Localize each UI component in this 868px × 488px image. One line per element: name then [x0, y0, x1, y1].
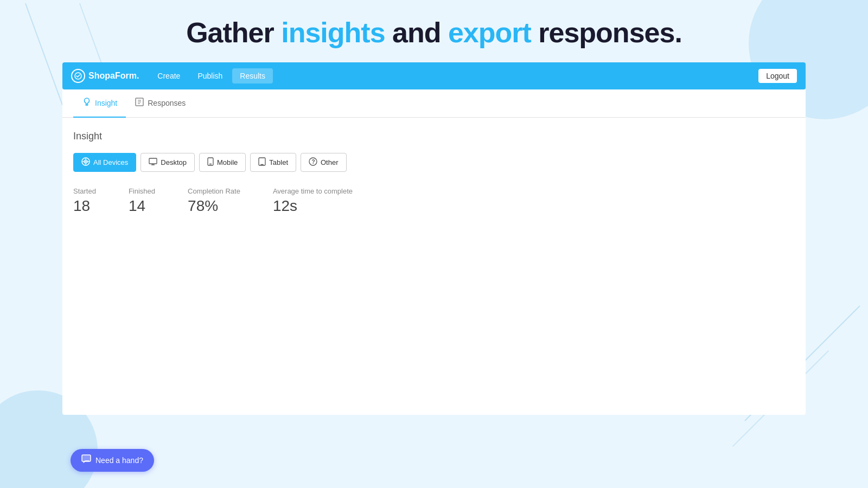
- section-title: Insight: [73, 131, 795, 142]
- filter-tablet-label: Tablet: [269, 158, 288, 166]
- tablet-icon: [258, 157, 266, 168]
- tab-insight[interactable]: Insight: [73, 89, 126, 118]
- svg-rect-2: [86, 105, 88, 106]
- stat-completion-rate-label: Completion Rate: [188, 187, 240, 195]
- filter-all-devices-label: All Devices: [93, 158, 128, 166]
- filter-other[interactable]: ? Other: [301, 153, 347, 172]
- stat-avg-time: Average time to complete 12s: [273, 187, 353, 215]
- stat-started-value: 18: [73, 197, 96, 215]
- brand-logo[interactable]: ShopaForm.: [71, 69, 139, 83]
- stat-started-label: Started: [73, 187, 96, 195]
- hero-highlight-insights: insights: [281, 17, 385, 48]
- stat-completion-rate-value: 78%: [188, 197, 240, 215]
- chat-widget-label: Need a hand?: [95, 456, 143, 465]
- stat-avg-time-value: 12s: [273, 197, 353, 215]
- mobile-icon: [207, 157, 214, 168]
- hero-title: Gather insights and export responses.: [0, 16, 868, 49]
- hero-title-part2: and: [385, 17, 448, 48]
- nav-links: Create Publish Results: [150, 68, 758, 84]
- stat-completion-rate: Completion Rate 78%: [188, 187, 240, 215]
- filter-all-devices[interactable]: All Devices: [73, 153, 136, 172]
- tabs-row: Insight Responses: [62, 89, 806, 118]
- insight-tab-icon: [82, 97, 92, 109]
- hero-section: Gather insights and export responses.: [0, 16, 868, 49]
- stat-started: Started 18: [73, 187, 96, 215]
- stat-finished-label: Finished: [129, 187, 155, 195]
- brand-icon: [71, 69, 85, 83]
- all-devices-icon: [81, 157, 90, 168]
- svg-rect-11: [149, 158, 157, 164]
- hero-title-part1: Gather: [186, 17, 281, 48]
- filter-mobile-label: Mobile: [217, 158, 238, 166]
- stat-avg-time-label: Average time to complete: [273, 187, 353, 195]
- other-icon: ?: [309, 157, 317, 168]
- stat-finished: Finished 14: [129, 187, 155, 215]
- hero-title-part3: responses.: [531, 17, 682, 48]
- chat-widget[interactable]: Need a hand?: [71, 449, 154, 472]
- nav-create[interactable]: Create: [150, 68, 188, 84]
- filter-other-label: Other: [321, 158, 339, 166]
- filter-mobile[interactable]: Mobile: [199, 153, 246, 172]
- main-content: Insight Responses Insight: [62, 89, 806, 415]
- responses-tab-icon: [135, 97, 144, 109]
- filter-tablet[interactable]: Tablet: [250, 153, 296, 172]
- navbar: ShopaForm. Create Publish Results Logout: [62, 62, 806, 89]
- tab-responses[interactable]: Responses: [126, 89, 194, 118]
- svg-rect-1: [86, 104, 88, 105]
- nav-publish[interactable]: Publish: [190, 68, 230, 84]
- filter-desktop-label: Desktop: [161, 158, 187, 166]
- nav-results[interactable]: Results: [232, 68, 273, 84]
- content-area: Insight All Devices: [62, 118, 806, 228]
- tab-responses-label: Responses: [148, 99, 186, 107]
- svg-rect-20: [82, 455, 91, 461]
- logout-button[interactable]: Logout: [758, 69, 797, 83]
- tab-insight-label: Insight: [95, 99, 117, 107]
- stat-finished-value: 14: [129, 197, 155, 215]
- svg-text:?: ?: [312, 159, 315, 165]
- stats-row: Started 18 Finished 14 Completion Rate 7…: [73, 187, 795, 215]
- filter-desktop[interactable]: Desktop: [141, 153, 195, 172]
- hero-highlight-export: export: [448, 17, 531, 48]
- desktop-icon: [149, 157, 157, 168]
- brand-name: ShopaForm.: [88, 71, 139, 81]
- device-filters: All Devices Desktop: [73, 153, 795, 172]
- chat-icon: [81, 454, 91, 466]
